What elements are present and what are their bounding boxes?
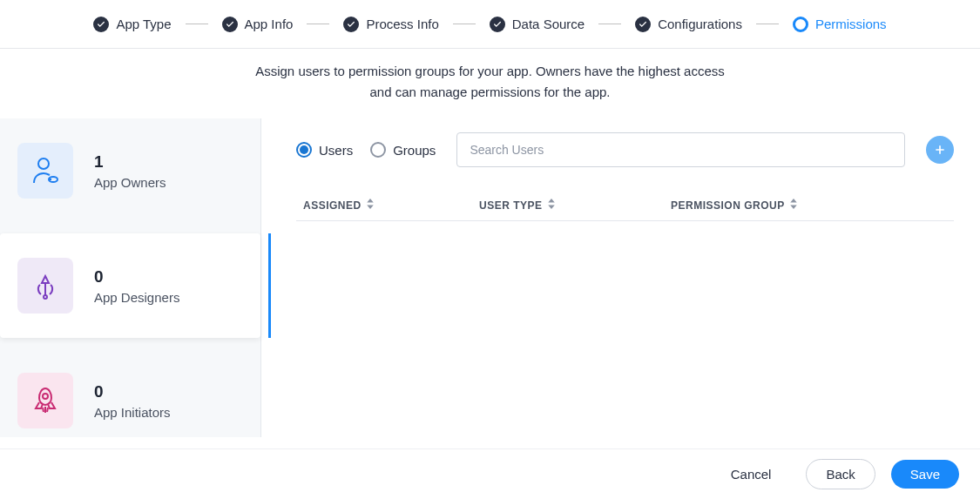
card-count: 0 (94, 382, 171, 401)
sort-icon (790, 199, 797, 212)
step-app-info[interactable]: App Info (222, 17, 294, 32)
step-connector (453, 24, 476, 24)
radio-groups[interactable]: Groups (370, 142, 436, 158)
step-label: App Info (245, 17, 294, 31)
step-app-type[interactable]: App Type (93, 17, 171, 32)
radio-icon (370, 142, 386, 158)
step-configurations[interactable]: Configurations (635, 17, 742, 32)
card-label: App Designers (94, 290, 179, 305)
step-label: Process Info (366, 17, 438, 31)
radio-users[interactable]: Users (296, 142, 353, 158)
check-icon (343, 17, 359, 32)
card-count: 0 (94, 267, 179, 287)
step-data-source[interactable]: Data Source (490, 17, 585, 32)
radio-icon (296, 142, 312, 158)
card-label: App Initiators (94, 405, 171, 420)
cancel-button[interactable]: Cancel (712, 460, 791, 489)
description-line-1: Assign users to permission groups for yo… (0, 61, 980, 82)
circle-icon (793, 17, 808, 32)
add-button[interactable] (926, 136, 954, 164)
step-connector (186, 24, 208, 24)
step-label: App Type (116, 17, 171, 31)
owner-icon (17, 143, 73, 199)
step-label: Data Source (512, 17, 585, 31)
stepper: App Type App Info Process Info Data Sour… (0, 0, 980, 49)
step-label: Permissions (815, 17, 887, 31)
step-process-info[interactable]: Process Info (343, 17, 438, 32)
column-label: PERMISSION GROUP (671, 199, 785, 212)
table-header: ASSIGNED USER TYPE PERMISSION GROUP (296, 199, 954, 221)
step-connector (598, 24, 621, 24)
svg-point-0 (38, 158, 49, 169)
radio-label: Users (319, 143, 353, 158)
sort-icon (548, 199, 555, 212)
radio-label: Groups (393, 143, 436, 158)
search-input[interactable] (456, 132, 905, 167)
step-label: Configurations (658, 17, 742, 31)
back-button[interactable]: Back (806, 459, 875, 489)
check-icon (93, 17, 109, 32)
check-icon (490, 17, 505, 32)
initiator-icon (17, 373, 73, 428)
svg-point-3 (43, 394, 48, 399)
page-description: Assign users to permission groups for yo… (0, 49, 980, 118)
toolbar: Users Groups (296, 132, 954, 167)
column-permission-group[interactable]: PERMISSION GROUP (671, 199, 954, 212)
check-icon (222, 17, 238, 32)
sort-icon (367, 199, 374, 212)
column-label: USER TYPE (479, 199, 543, 212)
search-box (456, 132, 905, 167)
content: 1 App Owners 0 App Designers (0, 118, 980, 437)
card-app-owners[interactable]: 1 App Owners (0, 118, 260, 223)
save-button[interactable]: Save (891, 460, 959, 489)
column-assigned[interactable]: ASSIGNED (296, 199, 479, 212)
card-app-designers[interactable]: 0 App Designers (0, 233, 260, 338)
radio-group: Users Groups (296, 142, 436, 158)
card-count: 1 (94, 152, 166, 172)
check-icon (635, 17, 651, 32)
step-connector (307, 24, 329, 24)
column-label: ASSIGNED (303, 199, 362, 212)
main-panel: Users Groups ASSIGNED (261, 118, 980, 437)
footer: Cancel Back Save (0, 448, 980, 499)
plus-icon (933, 143, 947, 157)
card-label: App Owners (94, 175, 166, 190)
step-permissions[interactable]: Permissions (793, 17, 887, 32)
column-user-type[interactable]: USER TYPE (479, 199, 671, 212)
svg-point-2 (44, 295, 47, 299)
card-app-initiators[interactable]: 0 App Initiators (0, 348, 260, 453)
sidebar: 1 App Owners 0 App Designers (0, 118, 261, 437)
step-connector (756, 24, 779, 24)
designer-icon (17, 258, 73, 314)
description-line-2: and can manage permissions for the app. (0, 82, 980, 103)
